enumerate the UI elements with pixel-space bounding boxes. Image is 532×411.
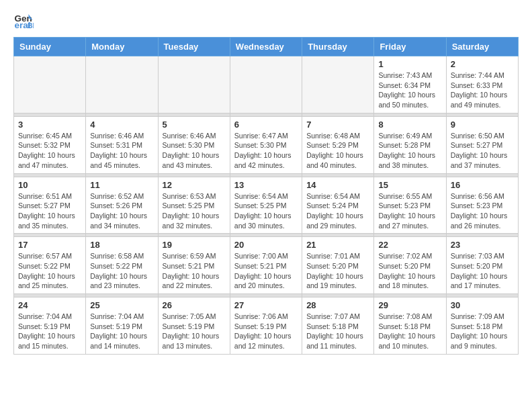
calendar-day-cell: 18Sunrise: 6:58 AM Sunset: 5:22 PM Dayli… xyxy=(86,237,158,294)
calendar-day-cell: 20Sunrise: 7:00 AM Sunset: 5:21 PM Dayli… xyxy=(230,237,302,294)
calendar-day-cell: 26Sunrise: 7:05 AM Sunset: 5:19 PM Dayli… xyxy=(158,298,230,355)
calendar-day-cell: 12Sunrise: 6:53 AM Sunset: 5:25 PM Dayli… xyxy=(158,177,230,234)
day-info: Sunrise: 6:55 AM Sunset: 5:23 PM Dayligh… xyxy=(378,191,441,231)
calendar-week-row: 3Sunrise: 6:45 AM Sunset: 5:32 PM Daylig… xyxy=(14,116,519,173)
day-number: 25 xyxy=(90,300,153,310)
calendar-week-row: 24Sunrise: 7:04 AM Sunset: 5:19 PM Dayli… xyxy=(14,298,519,355)
day-number: 26 xyxy=(163,300,226,310)
day-info: Sunrise: 6:50 AM Sunset: 5:27 PM Dayligh… xyxy=(451,131,514,171)
calendar-day-cell: 9Sunrise: 6:50 AM Sunset: 5:27 PM Daylig… xyxy=(446,116,518,173)
calendar-day-cell: 14Sunrise: 6:54 AM Sunset: 5:24 PM Dayli… xyxy=(302,177,374,234)
day-info: Sunrise: 6:53 AM Sunset: 5:25 PM Dayligh… xyxy=(163,191,226,231)
day-number: 18 xyxy=(90,240,153,250)
day-number: 1 xyxy=(378,59,441,69)
day-of-week-header: Saturday xyxy=(446,38,518,56)
calendar-day-cell: 25Sunrise: 7:04 AM Sunset: 5:19 PM Dayli… xyxy=(86,298,158,355)
calendar-week-row: 10Sunrise: 6:51 AM Sunset: 5:27 PM Dayli… xyxy=(14,177,519,234)
day-number: 13 xyxy=(234,180,298,190)
calendar-day-cell xyxy=(158,56,230,113)
calendar-day-cell: 3Sunrise: 6:45 AM Sunset: 5:32 PM Daylig… xyxy=(14,116,86,173)
calendar-day-cell: 13Sunrise: 6:54 AM Sunset: 5:25 PM Dayli… xyxy=(230,177,302,234)
day-number: 23 xyxy=(451,240,514,250)
calendar-day-cell: 24Sunrise: 7:04 AM Sunset: 5:19 PM Dayli… xyxy=(14,298,86,355)
calendar-day-cell: 6Sunrise: 6:47 AM Sunset: 5:30 PM Daylig… xyxy=(230,116,302,173)
calendar-day-cell: 5Sunrise: 6:46 AM Sunset: 5:30 PM Daylig… xyxy=(158,116,230,173)
day-info: Sunrise: 7:07 AM Sunset: 5:18 PM Dayligh… xyxy=(306,312,369,351)
day-number: 3 xyxy=(18,120,81,130)
calendar-day-cell: 11Sunrise: 6:52 AM Sunset: 5:26 PM Dayli… xyxy=(86,177,158,234)
day-info: Sunrise: 6:45 AM Sunset: 5:32 PM Dayligh… xyxy=(18,131,81,171)
day-info: Sunrise: 7:09 AM Sunset: 5:18 PM Dayligh… xyxy=(451,312,514,351)
logo-icon: Gen eral Blue xyxy=(13,10,34,30)
day-number: 4 xyxy=(90,120,153,130)
day-info: Sunrise: 7:44 AM Sunset: 6:33 PM Dayligh… xyxy=(451,71,514,110)
calendar-day-cell xyxy=(86,56,158,113)
day-info: Sunrise: 7:06 AM Sunset: 5:19 PM Dayligh… xyxy=(234,312,298,351)
day-number: 8 xyxy=(378,120,441,130)
calendar-day-cell: 1Sunrise: 7:43 AM Sunset: 6:34 PM Daylig… xyxy=(374,56,446,113)
day-number: 22 xyxy=(378,240,441,250)
day-info: Sunrise: 6:47 AM Sunset: 5:30 PM Dayligh… xyxy=(234,131,298,171)
day-info: Sunrise: 6:46 AM Sunset: 5:30 PM Dayligh… xyxy=(163,131,226,171)
day-number: 29 xyxy=(378,300,441,310)
calendar-day-cell xyxy=(14,56,86,113)
calendar-day-cell: 7Sunrise: 6:48 AM Sunset: 5:29 PM Daylig… xyxy=(302,116,374,173)
day-of-week-header: Friday xyxy=(374,38,446,56)
day-number: 5 xyxy=(163,120,226,130)
calendar-day-cell: 2Sunrise: 7:44 AM Sunset: 6:33 PM Daylig… xyxy=(446,56,518,113)
day-info: Sunrise: 6:59 AM Sunset: 5:21 PM Dayligh… xyxy=(163,251,226,291)
day-info: Sunrise: 7:05 AM Sunset: 5:19 PM Dayligh… xyxy=(163,312,226,351)
day-info: Sunrise: 7:04 AM Sunset: 5:19 PM Dayligh… xyxy=(90,312,153,351)
day-number: 15 xyxy=(378,180,441,190)
calendar-day-cell: 4Sunrise: 6:46 AM Sunset: 5:31 PM Daylig… xyxy=(86,116,158,173)
day-info: Sunrise: 6:57 AM Sunset: 5:22 PM Dayligh… xyxy=(18,251,81,291)
day-info: Sunrise: 6:48 AM Sunset: 5:29 PM Dayligh… xyxy=(306,131,369,171)
calendar-day-cell: 19Sunrise: 6:59 AM Sunset: 5:21 PM Dayli… xyxy=(158,237,230,294)
day-number: 21 xyxy=(306,240,369,250)
calendar-day-cell: 8Sunrise: 6:49 AM Sunset: 5:28 PM Daylig… xyxy=(374,116,446,173)
calendar-week-row: 17Sunrise: 6:57 AM Sunset: 5:22 PM Dayli… xyxy=(14,237,519,294)
day-number: 20 xyxy=(234,240,298,250)
calendar-day-cell: 29Sunrise: 7:08 AM Sunset: 5:18 PM Dayli… xyxy=(374,298,446,355)
day-number: 24 xyxy=(18,300,81,310)
day-number: 27 xyxy=(234,300,298,310)
day-info: Sunrise: 6:51 AM Sunset: 5:27 PM Dayligh… xyxy=(18,191,81,231)
day-info: Sunrise: 7:03 AM Sunset: 5:20 PM Dayligh… xyxy=(451,251,514,291)
day-of-week-header: Thursday xyxy=(302,38,374,56)
day-info: Sunrise: 7:01 AM Sunset: 5:20 PM Dayligh… xyxy=(306,251,369,291)
day-info: Sunrise: 6:58 AM Sunset: 5:22 PM Dayligh… xyxy=(90,251,153,291)
day-number: 2 xyxy=(451,59,514,69)
calendar-day-cell: 17Sunrise: 6:57 AM Sunset: 5:22 PM Dayli… xyxy=(14,237,86,294)
calendar-day-cell xyxy=(302,56,374,113)
day-info: Sunrise: 6:56 AM Sunset: 5:23 PM Dayligh… xyxy=(451,191,514,231)
day-info: Sunrise: 6:54 AM Sunset: 5:24 PM Dayligh… xyxy=(306,191,369,231)
day-number: 12 xyxy=(163,180,226,190)
day-info: Sunrise: 7:00 AM Sunset: 5:21 PM Dayligh… xyxy=(234,251,298,291)
calendar-day-cell: 28Sunrise: 7:07 AM Sunset: 5:18 PM Dayli… xyxy=(302,298,374,355)
day-info: Sunrise: 7:04 AM Sunset: 5:19 PM Dayligh… xyxy=(18,312,81,351)
day-number: 16 xyxy=(451,180,514,190)
calendar-day-cell: 16Sunrise: 6:56 AM Sunset: 5:23 PM Dayli… xyxy=(446,177,518,234)
calendar-day-cell: 15Sunrise: 6:55 AM Sunset: 5:23 PM Dayli… xyxy=(374,177,446,234)
page-container: Gen eral Blue SundayMondayTuesdayWednesd… xyxy=(0,0,532,365)
day-of-week-header: Tuesday xyxy=(158,38,230,56)
calendar-week-row: 1Sunrise: 7:43 AM Sunset: 6:34 PM Daylig… xyxy=(14,56,519,113)
day-number: 19 xyxy=(163,240,226,250)
day-number: 30 xyxy=(451,300,514,310)
day-of-week-header: Monday xyxy=(86,38,158,56)
calendar-day-cell: 27Sunrise: 7:06 AM Sunset: 5:19 PM Dayli… xyxy=(230,298,302,355)
day-number: 10 xyxy=(18,180,81,190)
day-number: 11 xyxy=(90,180,153,190)
calendar-day-cell: 30Sunrise: 7:09 AM Sunset: 5:18 PM Dayli… xyxy=(446,298,518,355)
header: Gen eral Blue xyxy=(13,10,519,30)
day-number: 7 xyxy=(306,120,369,130)
calendar-day-cell: 21Sunrise: 7:01 AM Sunset: 5:20 PM Dayli… xyxy=(302,237,374,294)
calendar-header-row: SundayMondayTuesdayWednesdayThursdayFrid… xyxy=(14,38,519,56)
svg-text:Blue: Blue xyxy=(28,21,34,30)
day-info: Sunrise: 7:43 AM Sunset: 6:34 PM Dayligh… xyxy=(378,71,441,110)
day-number: 6 xyxy=(234,120,298,130)
day-info: Sunrise: 6:52 AM Sunset: 5:26 PM Dayligh… xyxy=(90,191,153,231)
day-info: Sunrise: 6:49 AM Sunset: 5:28 PM Dayligh… xyxy=(378,131,441,171)
calendar-day-cell: 23Sunrise: 7:03 AM Sunset: 5:20 PM Dayli… xyxy=(446,237,518,294)
calendar-day-cell: 10Sunrise: 6:51 AM Sunset: 5:27 PM Dayli… xyxy=(14,177,86,234)
